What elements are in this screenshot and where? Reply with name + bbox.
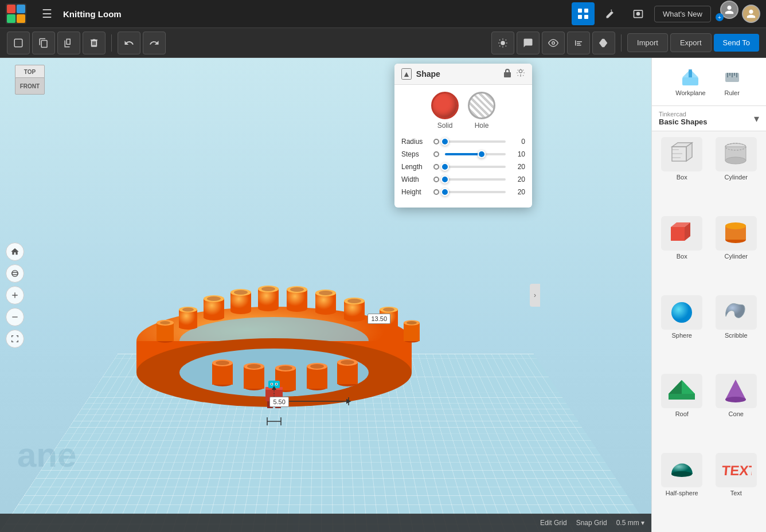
hole-option[interactable]: Hole: [468, 92, 495, 130]
height-value: 20: [511, 188, 525, 196]
snap-grid-label: Snap Grid: [576, 519, 607, 527]
cylinder-orange-thumb: [716, 216, 757, 251]
view-top[interactable]: TOP: [15, 65, 45, 79]
height-dot[interactable]: [433, 189, 439, 195]
shape-item-cylinder-orange[interactable]: Cylinder: [712, 216, 761, 290]
radius-track[interactable]: [445, 140, 506, 143]
sidebar: Workplane Ruler Tinker: [651, 58, 766, 532]
panel-collapse-handle[interactable]: ›: [530, 284, 540, 307]
steps-track[interactable]: [445, 153, 506, 155]
delete-button[interactable]: [83, 32, 105, 54]
shape-item-roof-green[interactable]: Roof: [658, 374, 706, 447]
steps-dot[interactable]: [433, 151, 439, 157]
svg-point-19: [347, 299, 361, 303]
view-button[interactable]: [542, 32, 565, 54]
length-value: 20: [511, 163, 525, 171]
view-cube: TOP FRONT: [7, 65, 53, 111]
shape-name-cone-purple: Cone: [729, 410, 744, 417]
shapes-grid: Box Cylinder: [652, 131, 766, 532]
shape-item-cone-purple[interactable]: Cone: [712, 374, 761, 447]
solid-option[interactable]: Solid: [431, 92, 459, 130]
snap-grid-value[interactable]: 0.5 mm ▾: [616, 519, 644, 527]
width-track[interactable]: [445, 178, 506, 181]
whats-new-button[interactable]: What's New: [654, 6, 711, 22]
radius-dot[interactable]: [433, 139, 439, 144]
workplane-tool[interactable]: Workplane: [670, 64, 711, 100]
shape-panel-body: Solid Hole Radius 0: [394, 85, 532, 208]
copy-button[interactable]: [32, 32, 55, 54]
import-button[interactable]: Import: [627, 33, 668, 52]
svg-rect-3: [584, 15, 588, 19]
add-account-badge[interactable]: +: [716, 13, 724, 21]
edit-grid-button[interactable]: Edit Grid: [540, 519, 567, 527]
gallery-button[interactable]: [627, 2, 650, 25]
shape-name-text-red: Text: [730, 490, 742, 496]
height-track[interactable]: [445, 191, 506, 193]
hole-icon: [468, 92, 495, 119]
grid-view-button[interactable]: [572, 2, 595, 25]
user-avatar[interactable]: [742, 5, 760, 23]
svg-point-63: [247, 364, 261, 369]
svg-point-119: [671, 471, 692, 477]
shape-item-cylinder-grey[interactable]: Cylinder: [712, 137, 761, 210]
shape-light-button[interactable]: [516, 68, 525, 80]
shape-item-scribble[interactable]: Scribble: [712, 295, 761, 369]
scribble-thumb: [716, 295, 757, 330]
sidebar-tools: Workplane Ruler: [652, 58, 766, 106]
align-button[interactable]: [567, 32, 590, 54]
duplicate-button[interactable]: [57, 32, 80, 54]
zoom-out-button[interactable]: [6, 308, 24, 326]
shape-name-box-grey: Box: [677, 174, 687, 181]
undo-button[interactable]: [118, 32, 140, 54]
new-button[interactable]: [7, 32, 30, 54]
redo-button[interactable]: [143, 32, 166, 54]
zoom-in-button[interactable]: [6, 286, 24, 304]
view-front[interactable]: FRONT: [15, 77, 45, 95]
shape-panel-collapse-button[interactable]: ▲: [401, 68, 412, 80]
solid-icon: [431, 92, 459, 119]
shape-name-cylinder-orange: Cylinder: [725, 253, 748, 260]
home-view-button[interactable]: [6, 242, 24, 261]
sidebar-category-dropdown[interactable]: ▾: [754, 112, 759, 125]
shape-item-box-red[interactable]: Box: [658, 216, 706, 290]
orbit-button[interactable]: [6, 264, 24, 283]
svg-point-92: [519, 70, 522, 73]
length-row: Length 20: [401, 163, 525, 171]
shape-item-halfsphere-teal[interactable]: Half-sphere: [658, 453, 706, 526]
svg-point-107: [725, 157, 746, 164]
svg-point-39: [261, 287, 275, 291]
light-button[interactable]: [491, 32, 514, 54]
fit-view-button[interactable]: [6, 330, 24, 348]
svg-point-47: [207, 296, 221, 301]
svg-point-35: [290, 287, 304, 292]
ruler-icon: [722, 67, 742, 88]
svg-point-8: [12, 272, 18, 275]
shape-item-text-red[interactable]: TEXT Text: [712, 453, 761, 526]
sidebar-brand: Tinkercad: [659, 111, 754, 118]
mirror-button[interactable]: [592, 32, 615, 54]
hamburger-icon[interactable]: ☰: [36, 2, 58, 25]
roof-green-thumb: [661, 374, 702, 408]
export-button[interactable]: Export: [670, 33, 712, 52]
ruler-tool[interactable]: Ruler: [716, 64, 748, 100]
length-track[interactable]: [445, 166, 506, 168]
shape-item-box-grey[interactable]: Box: [658, 137, 706, 210]
send-to-button[interactable]: Send To: [714, 34, 759, 52]
svg-point-51: [182, 307, 194, 311]
cone-purple-thumb: [716, 374, 757, 408]
shape-item-sphere-blue[interactable]: Sphere: [658, 295, 706, 369]
box-grey-thumb: [661, 137, 702, 171]
viewport[interactable]: TOP FRONT: [0, 58, 651, 532]
width-dot[interactable]: [433, 177, 439, 182]
svg-point-55: [160, 321, 170, 324]
comment-button[interactable]: [517, 32, 540, 54]
radius-row: Radius 0: [401, 138, 525, 146]
height-row: Height 20: [401, 188, 525, 196]
length-dot[interactable]: [433, 164, 439, 170]
shape-panel-title: Shape: [416, 69, 499, 79]
svg-rect-4: [14, 39, 22, 47]
design-button[interactable]: [599, 2, 622, 25]
shape-lock-button[interactable]: [503, 68, 511, 80]
svg-point-112: [671, 302, 692, 323]
shape-name-scribble: Scribble: [725, 332, 748, 339]
